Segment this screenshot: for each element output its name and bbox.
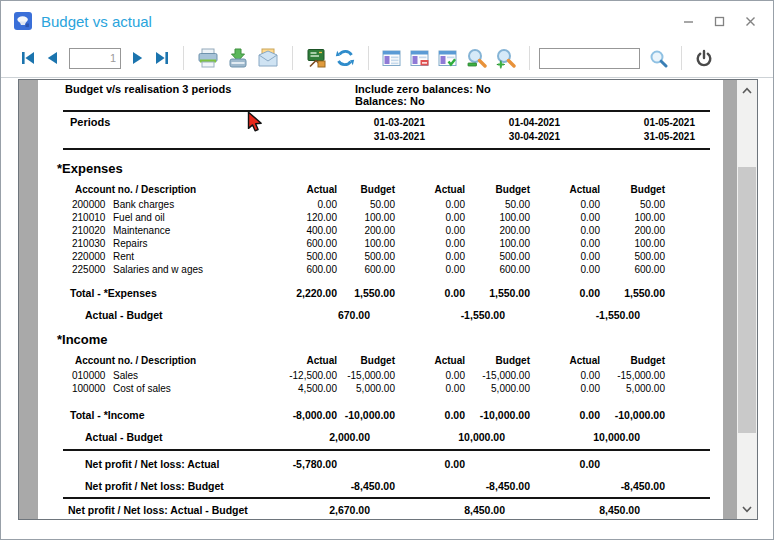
vertical-scrollbar[interactable]	[737, 80, 757, 519]
layout-close-button[interactable]	[409, 49, 431, 68]
net-diff-row: Net profit / Net loss: Actual - Budget 2…	[38, 504, 723, 517]
window-title: Budget vs actual	[41, 13, 677, 30]
period-3-dates: 01-05-2021 31-05-2021	[560, 116, 695, 144]
report-design-button[interactable]	[305, 47, 328, 69]
toolbar-separator	[529, 46, 530, 70]
zoom-in-button[interactable]	[494, 47, 517, 70]
scroll-down-button[interactable]	[737, 501, 757, 517]
zoom-out-icon	[466, 48, 487, 69]
previous-page-icon	[44, 51, 60, 65]
layout-default-button[interactable]	[381, 49, 403, 68]
next-page-button[interactable]	[129, 50, 147, 66]
exit-button[interactable]	[694, 48, 714, 68]
expenses-diff-row: Actual - Budget 670.00 -1,550.00 -1,550.…	[38, 309, 723, 322]
search-icon	[649, 49, 668, 68]
expenses-rows: 200000Bank charges 0.0050.000.0050.000.0…	[38, 198, 723, 276]
income-rows: 010000Sales -12,500.00-15,000.000.00-15,…	[38, 369, 723, 395]
app-window: Budget vs actual	[0, 0, 774, 540]
expenses-total-row: Total - *Expenses 2,220.001,550.000.001,…	[38, 287, 723, 300]
zoom-in-icon	[495, 48, 516, 69]
refresh-icon	[335, 48, 355, 68]
rule	[63, 148, 710, 150]
rule	[63, 449, 710, 451]
balances-option: Balances: No	[355, 95, 491, 107]
section-title-expenses: *Expenses	[57, 161, 723, 176]
mouse-cursor	[247, 111, 264, 134]
period-2-dates: 01-04-2021 30-04-2021	[425, 116, 560, 144]
rule	[63, 110, 710, 112]
close-button[interactable]	[739, 12, 761, 30]
report-options: Include zero balances: No Balances: No	[355, 83, 491, 107]
previous-page-button[interactable]	[43, 50, 61, 66]
income-total-row: Total - *Income -8,000.00-10,000.000.00-…	[38, 409, 723, 422]
scroll-up-button[interactable]	[737, 82, 757, 98]
report-title: Budget v/s realisation 3 periods	[65, 83, 355, 107]
first-page-icon	[20, 51, 36, 65]
net-budget-row: Net profit / Net loss: Budget -8,450.00 …	[38, 480, 723, 493]
periods-label: Periods	[38, 116, 258, 144]
column-header-row: Account no. / Description Actual Budget …	[38, 183, 723, 196]
close-icon	[745, 16, 756, 27]
report-design-icon	[306, 48, 327, 68]
account-row: 210010Fuel and oil 120.00100.000.00100.0…	[38, 211, 723, 224]
toolbar	[1, 41, 773, 75]
report-page: Budget v/s realisation 3 periods Include…	[38, 80, 723, 519]
minimize-button[interactable]	[677, 12, 699, 30]
print-button[interactable]	[196, 47, 220, 69]
export-button[interactable]	[226, 47, 250, 69]
net-actual-row: Net profit / Net loss: Actual -5,780.00 …	[38, 458, 723, 471]
zero-balances-option: Include zero balances: No	[355, 83, 491, 95]
account-row: 200000Bank charges 0.0050.000.0050.000.0…	[38, 198, 723, 211]
first-page-button[interactable]	[19, 50, 37, 66]
next-page-icon	[130, 51, 146, 65]
account-row: 100000Cost of sales 4,500.005,000.000.00…	[38, 382, 723, 395]
chevron-down-icon	[742, 506, 752, 513]
scrollbar-thumb[interactable]	[738, 167, 756, 433]
column-header-row: Account no. / Description Actual Budget …	[38, 354, 723, 367]
titlebar: Budget vs actual	[1, 1, 773, 41]
maximize-icon	[714, 16, 725, 27]
toolbar-separator	[292, 46, 293, 70]
layout-default-icon	[382, 50, 402, 67]
account-row: 210020Maintenance 400.00200.000.00200.00…	[38, 224, 723, 237]
export-icon	[227, 48, 249, 68]
account-row: 225000Salaries and w ages 600.00600.000.…	[38, 263, 723, 276]
layout-apply-button[interactable]	[437, 49, 459, 68]
toolbar-separator	[681, 46, 682, 70]
zoom-out-button[interactable]	[465, 47, 488, 70]
search-input[interactable]	[539, 48, 640, 69]
window-controls	[677, 12, 761, 30]
maximize-button[interactable]	[708, 12, 730, 30]
account-row: 010000Sales -12,500.00-15,000.000.00-15,…	[38, 369, 723, 382]
refresh-button[interactable]	[334, 47, 356, 69]
report-viewer: Budget v/s realisation 3 periods Include…	[18, 79, 758, 520]
report-header: Budget v/s realisation 3 periods Include…	[65, 83, 723, 107]
app-icon	[14, 12, 32, 30]
income-diff-row: Actual - Budget 2,000.00 10,000.00 10,00…	[38, 431, 723, 444]
email-icon	[257, 48, 279, 68]
minimize-icon	[683, 16, 694, 27]
search-button[interactable]	[648, 48, 669, 69]
toolbar-divider	[1, 77, 773, 78]
toolbar-separator	[183, 46, 184, 70]
period-1-dates: 01-03-2021 31-03-2021	[258, 116, 425, 144]
chevron-up-icon	[742, 87, 752, 94]
page-number-input[interactable]	[69, 48, 121, 69]
layout-close-icon	[410, 50, 430, 67]
email-button[interactable]	[256, 47, 280, 69]
layout-apply-icon	[438, 50, 458, 67]
account-row: 220000Rent 500.00500.000.00500.000.00500…	[38, 250, 723, 263]
account-row: 210030Repairs 600.00100.000.00100.000.00…	[38, 237, 723, 250]
last-page-button[interactable]	[153, 50, 171, 66]
section-title-income: *Income	[57, 332, 723, 347]
last-page-icon	[154, 51, 170, 65]
rule	[63, 497, 710, 499]
periods-row: Periods 01-03-2021 31-03-2021 01-04-2021…	[38, 116, 723, 144]
toolbar-separator	[368, 46, 369, 70]
print-icon	[197, 48, 219, 68]
exit-power-icon	[695, 49, 713, 67]
